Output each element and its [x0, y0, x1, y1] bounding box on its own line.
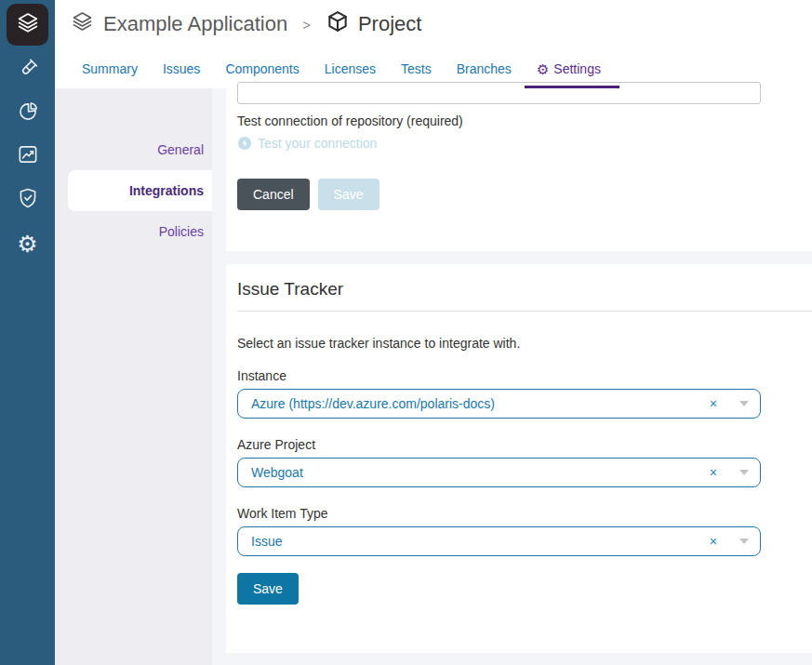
work-item-type-label: Work Item Type — [237, 506, 812, 521]
settings-subnav: General Integrations Policies — [55, 88, 212, 665]
subnav-label: Policies — [159, 224, 204, 239]
repository-section-card: Test connection of repository (required)… — [226, 88, 812, 251]
subnav-item-policies[interactable]: Policies — [55, 211, 212, 252]
clear-selection-icon[interactable]: × — [710, 396, 717, 411]
subnav-item-general[interactable]: General — [55, 129, 212, 170]
save-button[interactable]: Save — [237, 573, 299, 605]
icon-rail: ⚙ — [0, 0, 55, 665]
trend-chart-icon — [16, 142, 40, 170]
azure-project-select-value: Webgoat — [251, 465, 710, 480]
layers-logo-icon — [15, 10, 41, 40]
test-connection-link[interactable]: Test your connection — [237, 136, 377, 151]
clear-selection-icon[interactable]: × — [710, 534, 717, 549]
cancel-button[interactable]: Cancel — [237, 179, 310, 210]
chevron-down-icon[interactable] — [739, 470, 749, 475]
breadcrumb: Example Application > Project — [70, 9, 421, 39]
layers-app-icon — [70, 9, 95, 40]
cut-off-input[interactable] — [237, 82, 761, 104]
tab-label: Licenses — [325, 61, 376, 76]
subnav-label: Integrations — [129, 183, 204, 198]
app-logo[interactable] — [7, 4, 48, 46]
test-connection-icon — [237, 136, 252, 151]
test-tube-icon — [16, 56, 40, 84]
tab-label: Components — [225, 61, 299, 76]
work-item-type-select-value: Issue — [251, 534, 710, 549]
section-divider — [237, 311, 812, 312]
save-button-disabled[interactable]: Save — [318, 179, 379, 210]
application-window: ⚙ Example Application > Project — [0, 0, 812, 665]
chevron-down-icon[interactable] — [739, 401, 749, 406]
tab-label: Settings — [553, 61, 601, 76]
shield-check-icon — [16, 186, 40, 214]
issue-tracker-title: Issue Tracker — [237, 279, 812, 299]
gear-icon: ⚙ — [17, 233, 37, 256]
pie-chart-icon — [16, 100, 40, 127]
clear-selection-icon[interactable]: × — [710, 465, 717, 480]
issue-tracker-card: Issue Tracker Select an issue tracker in… — [226, 264, 812, 653]
rail-item-security[interactable] — [0, 186, 55, 214]
azure-project-select[interactable]: Webgoat × — [237, 458, 761, 487]
chevron-down-icon[interactable] — [739, 539, 749, 544]
main-content: Test connection of repository (required)… — [212, 88, 812, 665]
tab-summary[interactable]: Summary — [82, 61, 138, 88]
instance-select-value: Azure (https://dev.azure.com/polaris-doc… — [251, 396, 710, 411]
instance-select[interactable]: Azure (https://dev.azure.com/polaris-doc… — [237, 389, 761, 419]
test-connection-label: Test connection of repository (required) — [237, 113, 463, 128]
subnav-label: General — [157, 142, 204, 157]
tab-label: Tests — [401, 61, 432, 76]
breadcrumb-project: Project — [358, 12, 421, 36]
tab-issues[interactable]: Issues — [163, 61, 200, 88]
tab-label: Summary — [82, 61, 138, 76]
gear-icon: ⚙ — [537, 62, 549, 76]
subnav-item-integrations[interactable]: Integrations — [68, 170, 212, 211]
cube-project-icon — [326, 9, 350, 39]
repo-button-row: Cancel Save — [237, 179, 379, 210]
rail-item-settings[interactable]: ⚙ — [0, 230, 55, 258]
instance-label: Instance — [237, 368, 812, 383]
work-item-type-select[interactable]: Issue × — [237, 526, 761, 556]
tab-label: Branches — [457, 61, 512, 76]
tab-label: Issues — [163, 61, 200, 76]
rail-item-reports[interactable] — [0, 100, 55, 127]
azure-project-label: Azure Project — [237, 437, 812, 452]
test-connection-text: Test your connection — [258, 136, 377, 151]
page-header: Example Application > Project Summary Is… — [55, 0, 812, 88]
issue-tracker-description: Select an issue tracker instance to inte… — [237, 336, 812, 351]
breadcrumb-application[interactable]: Example Application — [103, 12, 287, 36]
rail-item-trends[interactable] — [0, 142, 55, 170]
rail-item-tests[interactable] — [0, 56, 55, 84]
breadcrumb-separator: > — [296, 17, 317, 33]
